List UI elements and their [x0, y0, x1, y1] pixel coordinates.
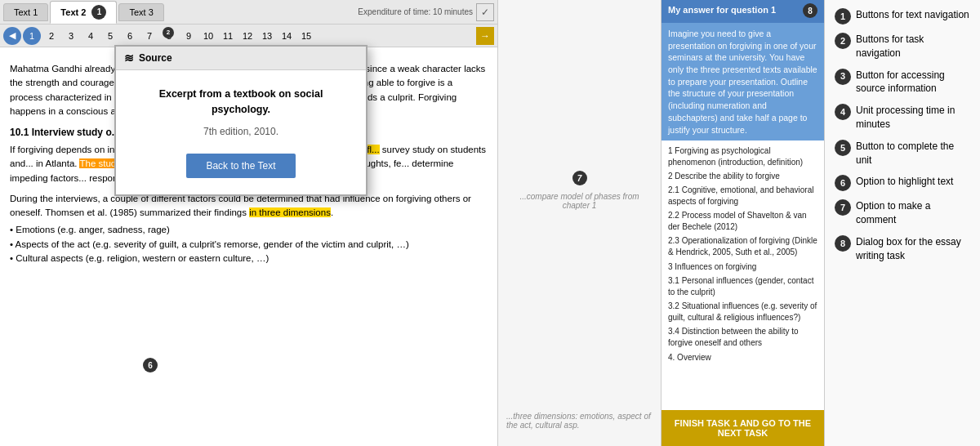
nav-num-10[interactable]: 10	[199, 27, 217, 45]
source-dialog-body: Excerpt from a textbook on social psycho…	[116, 70, 366, 194]
badge-7-container: 7	[506, 171, 653, 185]
source-dialog-icon: ≋	[124, 51, 134, 65]
excerpt-line1: Excerpt from a textbook on social	[159, 87, 323, 102]
source-dialog-header: ≋ Source	[116, 47, 366, 70]
middle-panel: 7 ...compare model of phases from chapte…	[498, 0, 662, 446]
badge-7: 7	[572, 171, 587, 185]
annotation-item-8: 8 Dialog box for the essay writing task	[835, 235, 970, 263]
annotation-text-2: Buttons for task navigation	[856, 33, 970, 60]
nav-num-1[interactable]: 1	[23, 27, 41, 45]
timer-text: Expenditure of time: 10 minutes	[358, 7, 473, 16]
annotation-num-6: 6	[835, 175, 851, 191]
bullet-2: • Aspects of the act (e.g. severity of g…	[10, 238, 488, 252]
badge-6: 6	[143, 358, 158, 372]
annotation-num-8: 8	[835, 235, 851, 252]
annotation-item-5: 5 Button to complete the unit	[835, 140, 970, 167]
essay-item-5: 2.3 Operationalization of forgiving (Din…	[668, 235, 817, 258]
right-reading-panel: My answer for question 1 8 Imagine you n…	[662, 0, 825, 446]
answer-box-label: My answer for question 1	[668, 5, 776, 15]
source-edition: 7th edition, 2010.	[159, 126, 323, 137]
tab1-label: Text 1	[14, 7, 38, 17]
annotation-num-1: 1	[835, 8, 851, 25]
nav-bar: ◀ 1 2 3 4 5 6 7 8 2 9 10 11 12 13 14 15 …	[0, 25, 497, 47]
essay-item-2: 2 Describe the ability to forgive	[668, 171, 817, 182]
annotation-text-5: Button to complete the unit	[856, 140, 970, 167]
source-excerpt: Excerpt from a textbook on social psycho…	[159, 87, 323, 137]
nav-num-12[interactable]: 12	[238, 27, 256, 45]
nav-num-7[interactable]: 7	[140, 27, 158, 45]
annotation-item-7: 7 Option to make a comment	[835, 199, 970, 227]
tab-bar: Text 1 Text 2 1 Text 3 Expenditure of ti…	[0, 0, 497, 25]
back-to-text-button[interactable]: Back to the Text	[186, 154, 295, 178]
source-dialog-title: Source	[139, 52, 172, 64]
tab-text3[interactable]: Text 3	[118, 3, 163, 21]
answer-box: My answer for question 1 8	[662, 0, 824, 23]
badge-1: 1	[91, 5, 106, 20]
nav-num-9[interactable]: 9	[180, 27, 198, 45]
nav-num-14[interactable]: 14	[278, 27, 296, 45]
essay-item-7: 3.1 Personal influences (gender, contact…	[668, 275, 817, 298]
nav-num-13[interactable]: 13	[258, 27, 276, 45]
annotation-num-2: 2	[835, 33, 851, 49]
annotation-item-6: 6 Option to highlight text	[835, 175, 970, 191]
paragraph3: During the interviews, a couple of diffe…	[10, 192, 488, 221]
annotation-text-8: Dialog box for the essay writing task	[856, 235, 970, 263]
annotation-text-7: Option to make a comment	[856, 199, 970, 227]
nav-num-3[interactable]: 3	[62, 27, 80, 45]
compare-note: ...compare model of phases from chapter …	[506, 192, 653, 210]
nav-num-11[interactable]: 11	[219, 27, 237, 45]
middle-panel-content: 7 ...compare model of phases from chapte…	[506, 171, 653, 275]
annotation-item-3: 3 Button for accessing source informatio…	[835, 69, 970, 96]
annotation-num-3: 3	[835, 69, 851, 85]
essay-item-6: 3 Influences on forgiving	[668, 261, 817, 273]
annotation-text-3: Button for accessing source information	[856, 69, 970, 96]
nav-num-1[interactable]: ◀	[3, 27, 21, 45]
essay-item-10: 4. Overview	[668, 352, 817, 363]
tab2-label: Text 2	[60, 7, 86, 16]
tab-text1[interactable]: Text 1	[3, 3, 48, 21]
nav-num-4[interactable]: 4	[82, 27, 100, 45]
nav-num-15[interactable]: 15	[297, 27, 315, 45]
annotation-text-6: Option to highlight text	[856, 175, 953, 189]
annotation-item-1: 1 Buttons for text navigation	[835, 8, 970, 25]
essay-item-9: 3.4 Distinction between the ability to f…	[668, 326, 817, 349]
annotation-num-7: 7	[835, 199, 851, 216]
annotation-num-4: 4	[835, 104, 851, 120]
annotation-num-5: 5	[835, 140, 851, 156]
source-dialog: ≋ Source Excerpt from a textbook on soci…	[114, 45, 368, 196]
excerpt-line2: psychology.	[159, 102, 323, 118]
annotation-text-1: Buttons for text navigation	[856, 8, 969, 22]
dimensions-note: ...three dimensions: emotions, aspect of…	[506, 412, 653, 430]
nav-num-5[interactable]: 5	[101, 27, 119, 45]
nav-num-6[interactable]: 6	[121, 27, 139, 45]
tab-text2[interactable]: Text 2 1	[50, 1, 117, 24]
annotation-item-4: 4 Unit processing time in minutes	[835, 104, 970, 132]
nav-badge2: 2	[163, 27, 174, 38]
essay-item-8: 3.2 Situational influences (e.g. severit…	[668, 301, 817, 323]
essay-content[interactable]: 1 Forgiving as psychological phenomenon …	[662, 140, 824, 410]
annotation-text-4: Unit processing time in minutes	[856, 104, 970, 132]
question-text: Imagine you need to give a presentation …	[662, 23, 824, 140]
nav-arrow-left: ◀	[9, 30, 16, 41]
essay-item-1: 1 Forgiving as psychological phenomenon …	[668, 145, 817, 168]
bullet-list: • Emotions (e.g. anger, sadness, rage) •…	[10, 223, 488, 265]
annotation-item-2: 2 Buttons for task navigation	[835, 33, 970, 60]
timer-area: Expenditure of time: 10 minutes ✓	[358, 3, 494, 21]
complete-unit-button[interactable]: ✓	[476, 3, 494, 21]
nav-bar-right: →	[476, 27, 494, 45]
nav-num-8[interactable]: 8 2	[160, 27, 178, 45]
badge-8: 8	[803, 3, 817, 18]
essay-item-4: 2.2 Process model of Shavelton & van der…	[668, 210, 817, 233]
essay-item-3: 2.1 Cognitive, emotional, and behavioral…	[668, 185, 817, 207]
finish-task-button[interactable]: FINISH TASK 1 AND GO TO THE NEXT TASK	[662, 410, 824, 446]
nav-num-2[interactable]: 2	[42, 27, 60, 45]
bullet-3: • Cultural aspects (e.g. religion, weste…	[10, 252, 488, 265]
annotation-panel: 1 Buttons for text navigation 2 Buttons …	[825, 0, 980, 446]
highlight-4: in three dimensions	[249, 207, 331, 217]
complete-button[interactable]: →	[476, 27, 494, 45]
left-panel: Text 1 Text 2 1 Text 3 Expenditure of ti…	[0, 0, 498, 446]
tab3-label: Text 3	[129, 7, 153, 17]
bullet-1: • Emotions (e.g. anger, sadness, rage)	[10, 223, 488, 237]
